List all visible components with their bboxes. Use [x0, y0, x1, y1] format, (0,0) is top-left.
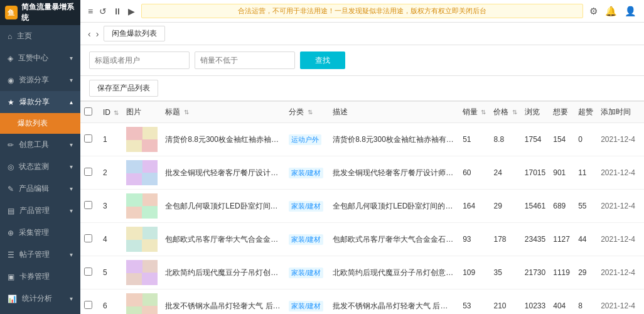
row-checkbox-cell	[80, 223, 99, 256]
sidebar-item-home[interactable]: ⌂ 主页	[0, 25, 80, 47]
chevron-down-icon: ▾	[70, 207, 73, 214]
coupon-icon: ▣	[8, 273, 14, 281]
row-want: 1119	[549, 256, 574, 290]
sidebar-item-label: 爆款分享	[19, 97, 65, 107]
main-content: ≡ ↺ ⏸ ▶ 合法运营，不可用于非法用途！一旦发现疑似非法用途，版权方有权立即…	[80, 0, 644, 314]
row-price: 24	[490, 156, 520, 190]
sort-icon: ⇅	[184, 109, 189, 116]
row-add-time: 2021-12-4	[597, 123, 644, 156]
row-desc: 包邮欧式吊客厅奢华大气合金金石水晶吊灯卧室led餐厅...	[329, 223, 459, 256]
sidebar-item-resource[interactable]: ◉ 资源分享 ▾	[0, 69, 80, 91]
table-row: 5 北欧简约后现代魔豆分子吊灯创意个... 家装/建材 北欧简约后现代魔豆分子吊…	[80, 256, 644, 290]
row-desc: 全包邮几何吸顶灯LED卧室灯间的北欧书房客厅灯...	[329, 190, 459, 223]
row-want: 901	[549, 156, 574, 190]
th-id[interactable]: ID ⇅	[99, 102, 122, 123]
chevron-up-icon: ▴	[70, 99, 73, 106]
refresh-icon[interactable]: ↺	[99, 6, 107, 16]
th-category[interactable]: 分类 ⇅	[285, 102, 329, 123]
th-exceed: 超赞	[574, 102, 597, 123]
resource-icon: ◉	[8, 76, 14, 85]
row-id: 4	[99, 223, 122, 256]
play-icon[interactable]: ▶	[128, 6, 135, 16]
sidebar-item-product-edit[interactable]: ✎ 产品编辑 ▾	[0, 178, 80, 200]
pause-icon[interactable]: ⏸	[113, 6, 122, 16]
row-category: 运动户外	[285, 123, 329, 156]
breadcrumb-bar: ‹ › 闲鱼爆款列表	[80, 23, 644, 45]
sort-icon: ⇅	[114, 109, 119, 116]
row-desc: 批发全铜现代轻奢客厅餐厅设计师灯室金色树枝分子...	[329, 156, 459, 190]
th-desc: 描述	[329, 102, 459, 123]
user-icon[interactable]: 👤	[625, 6, 636, 17]
back-icon[interactable]: ‹	[88, 29, 91, 39]
th-sales[interactable]: 销量 ⇅	[459, 102, 490, 123]
sidebar-item-label: 采集管理	[19, 227, 73, 238]
th-image: 图片	[122, 102, 161, 123]
settings-icon[interactable]: ⚙	[589, 6, 598, 17]
sidebar-item-label: 产品管理	[19, 205, 65, 216]
row-checkbox[interactable]	[84, 201, 92, 209]
sidebar-item-mutual[interactable]: ◈ 互赞中心 ▾	[0, 47, 80, 69]
topbar-notice: 合法运营，不可用于非法用途！一旦发现疑似非法用途，版权方有权立即关闭后台	[141, 4, 583, 18]
row-add-time: 2021-12-4	[597, 156, 644, 190]
sidebar-item-trending-list[interactable]: 爆款列表	[0, 113, 80, 134]
row-sales: 53	[459, 290, 490, 315]
row-id: 3	[99, 190, 122, 223]
forward-icon[interactable]: ›	[96, 29, 99, 39]
row-checkbox-cell	[80, 123, 99, 156]
sidebar-item-product-mgr[interactable]: ▤ 产品管理 ▾	[0, 200, 80, 222]
menu-icon[interactable]: ≡	[88, 6, 93, 16]
th-title[interactable]: 标题 ⇅	[161, 102, 285, 123]
row-checkbox[interactable]	[84, 134, 92, 143]
save-bar: 保存至产品列表	[80, 76, 644, 101]
row-views: 15461	[521, 190, 549, 223]
creative-icon: ✏	[8, 141, 14, 149]
row-checkbox[interactable]	[84, 168, 92, 176]
filter-bar: 查找	[80, 45, 644, 76]
sidebar-item-xianyu[interactable]: 🐟 闲鱼任务 ▾	[0, 310, 80, 314]
sidebar-item-stats[interactable]: 📊 统计分析 ▾	[0, 288, 80, 310]
sales-input[interactable]	[195, 51, 295, 69]
search-button[interactable]: 查找	[300, 51, 345, 69]
chevron-down-icon: ▾	[70, 141, 73, 148]
row-sales: 93	[459, 223, 490, 256]
row-category: 家装/建材	[285, 290, 329, 315]
row-price: 178	[490, 223, 520, 256]
row-checkbox-cell	[80, 156, 99, 190]
chevron-down-icon: ▾	[70, 55, 73, 62]
table-container: ID ⇅ 图片 标题 ⇅ 分类 ⇅ 描述 销量 ⇅ 价格 ⇅ 浏览 想要 超赞 …	[80, 101, 644, 314]
row-id: 5	[99, 256, 122, 290]
sort-icon: ⇅	[481, 109, 486, 116]
sidebar-item-coupon[interactable]: ▣ 卡券管理	[0, 266, 80, 288]
sidebar-item-label: 资源分享	[19, 75, 65, 85]
row-desc: 北欧简约后现代魔豆分子吊灯创意个性客厅餐厅树枝铁艺...	[329, 256, 459, 290]
row-checkbox[interactable]	[84, 268, 92, 276]
row-checkbox-cell	[80, 290, 99, 315]
chevron-down-icon: ▾	[70, 163, 73, 170]
sidebar-item-collect[interactable]: ⊕ 采集管理	[0, 222, 80, 244]
breadcrumb-title: 闲鱼爆款列表	[104, 26, 165, 41]
row-views: 21730	[521, 256, 549, 290]
sidebar-item-post[interactable]: ☰ 帖子管理 ▾	[0, 244, 80, 266]
sidebar-item-label: 互赞中心	[18, 53, 65, 63]
th-price[interactable]: 价格 ⇅	[490, 102, 520, 123]
save-list-button[interactable]: 保存至产品列表	[89, 80, 158, 97]
title-user-input[interactable]	[89, 51, 190, 69]
mutual-icon: ◈	[8, 54, 13, 63]
bell-icon[interactable]: 🔔	[605, 6, 617, 17]
row-id: 1	[99, 123, 122, 156]
row-title: 批发全铜现代轻奢客厅餐厅设计师...	[161, 156, 285, 190]
sidebar-item-status[interactable]: ◎ 状态监测 ▾	[0, 156, 80, 178]
row-price: 210	[490, 290, 520, 315]
row-add-time: 2021-12-4	[597, 256, 644, 290]
sidebar-item-trending[interactable]: ★ 爆款分享 ▴	[0, 91, 80, 113]
row-want: 154	[549, 123, 574, 156]
table-row: 4 包邮欧式吊客厅奢华大气合金金石... 家装/建材 包邮欧式吊客厅奢华大气合金…	[80, 223, 644, 256]
table-row: 3 全包邮几何吸顶灯LED卧室灯间的... 家装/建材 全包邮几何吸顶灯LED卧…	[80, 190, 644, 223]
row-checkbox[interactable]	[84, 301, 92, 309]
sidebar-item-creative[interactable]: ✏ 创意工具 ▾	[0, 134, 80, 156]
select-all-checkbox[interactable]	[84, 107, 92, 116]
row-exceed: 44	[574, 223, 597, 256]
row-checkbox[interactable]	[84, 234, 92, 242]
row-category: 家装/建材	[285, 223, 329, 256]
row-desc: 清货价8.8元300枚金袖红袖赤袖有倒刺鱼钩有刺无刺鱼钩锐...	[329, 123, 459, 156]
